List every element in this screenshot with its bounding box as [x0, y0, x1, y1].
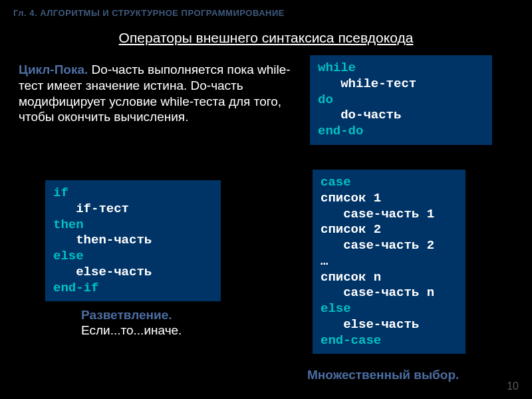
- case-code-box: case список 1 case-часть 1 список 2 case…: [313, 170, 466, 354]
- while-code-box: while while-тест do do-часть end-do: [310, 55, 492, 145]
- case-partn: case-часть n: [321, 285, 434, 300]
- kw-end-if: end-if: [53, 281, 98, 295]
- if-code-box: if if-тест then then-часть else else-час…: [45, 180, 221, 301]
- while-test-line: while-тест: [318, 76, 416, 91]
- kw-while: while: [318, 61, 356, 75]
- case-list1: список 1: [321, 191, 381, 205]
- if-test-line: if-тест: [53, 201, 129, 216]
- chapter-header: Гл. 4. АЛГОРИТМЫ И СТРУКТУРНОЕ ПРОГРАММИ…: [0, 0, 532, 18]
- if-text: Если...то...иначе.: [81, 323, 182, 337]
- case-ellipsis: …: [321, 254, 328, 269]
- while-description: Цикл-Пока. Do-часть выполняется пока whi…: [19, 62, 298, 125]
- while-lead: Цикл-Пока.: [19, 63, 88, 76]
- if-description: Разветвление. Если...то...иначе.: [81, 308, 281, 338]
- else-part-line: else-часть: [53, 265, 152, 279]
- case-lead: Множественный выбор.: [307, 368, 459, 382]
- case-list2: список 2: [321, 222, 381, 237]
- kw-end-do: end-do: [318, 124, 363, 138]
- case-else-part: else-часть: [321, 317, 419, 332]
- do-part-line: do-часть: [318, 108, 401, 122]
- if-lead: Разветвление.: [81, 308, 281, 323]
- case-listn: список n: [321, 270, 381, 285]
- kw-then: then: [53, 217, 84, 232]
- case-part1: case-часть 1: [321, 207, 434, 221]
- kw-end-case: end-case: [321, 333, 381, 348]
- then-part-line: then-часть: [53, 233, 152, 247]
- page-title: Операторы внешнего синтаксиса псевдокода: [0, 30, 532, 46]
- case-description: Множественный выбор.: [307, 368, 493, 382]
- kw-if: if: [53, 186, 68, 200]
- kw-case: case: [321, 175, 351, 190]
- kw-else-case: else: [321, 301, 351, 316]
- page-number: 10: [507, 380, 519, 392]
- case-part2: case-часть 2: [321, 238, 434, 253]
- kw-else-if: else: [53, 249, 84, 263]
- kw-do: do: [318, 92, 333, 107]
